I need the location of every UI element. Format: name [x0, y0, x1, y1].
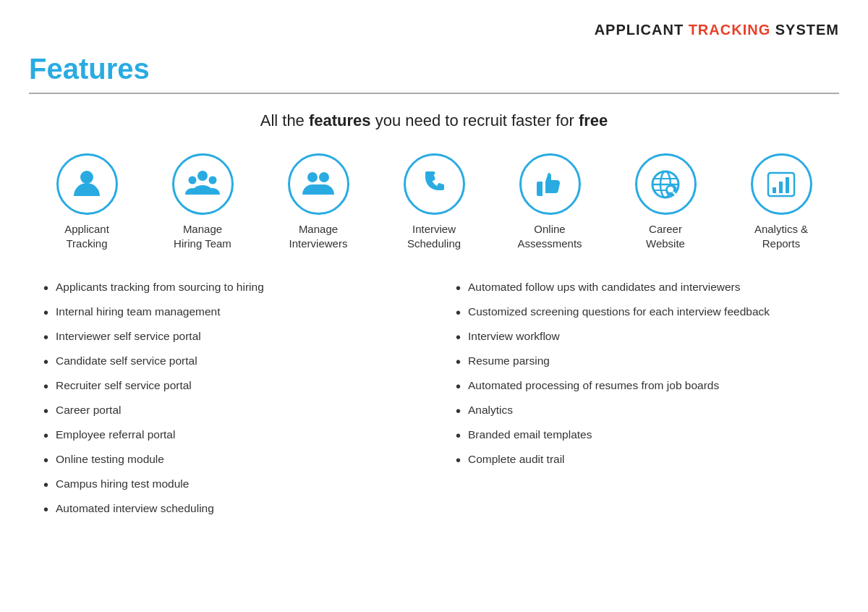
- list-item: Resume parsing: [456, 353, 825, 370]
- interviewers-icon: [301, 167, 336, 202]
- logo-part1: APPLICANT: [595, 22, 689, 38]
- list-item: Branded email templates: [456, 427, 825, 444]
- list-item: Interviewer self service portal: [43, 328, 412, 346]
- list-item: Analytics: [456, 402, 825, 420]
- page-title: Features: [29, 53, 839, 85]
- svg-rect-15: [773, 187, 776, 193]
- phone-icon: [417, 167, 451, 202]
- svg-point-1: [197, 171, 208, 181]
- icon-item-analytics-reports: Analytics &Reports: [734, 153, 828, 250]
- features-right-column: Automated follow ups with candidates and…: [456, 279, 825, 525]
- icon-item-applicant-tracking: ApplicantTracking: [40, 153, 134, 250]
- features-left-column: Applicants tracking from sourcing to hir…: [43, 279, 412, 525]
- logo-tracking: TRACKING: [689, 22, 771, 38]
- svg-rect-16: [779, 182, 783, 193]
- manage-hiring-team-icon-circle: [172, 153, 234, 215]
- list-item: Campus hiring test module: [43, 476, 412, 493]
- analytics-reports-icon-circle: [751, 153, 812, 215]
- svg-point-3: [209, 176, 217, 184]
- list-item: Online testing module: [43, 451, 412, 469]
- subtitle-bold-free: free: [579, 111, 608, 129]
- svg-point-0: [80, 171, 93, 184]
- interview-scheduling-label: InterviewScheduling: [407, 222, 461, 250]
- list-item: Interview workflow: [456, 328, 825, 346]
- list-item: Customized screening questions for each …: [456, 304, 825, 321]
- analytics-reports-label: Analytics &Reports: [754, 222, 808, 250]
- subtitle: All the features you need to recruit fas…: [29, 111, 839, 130]
- svg-rect-17: [786, 177, 789, 193]
- applicant-tracking-icon-circle: [56, 153, 118, 215]
- interview-scheduling-icon-circle: [404, 153, 465, 215]
- manage-interviewers-icon-circle: [288, 153, 349, 215]
- list-item: Complete audit trail: [456, 451, 825, 469]
- career-website-label: CareerWebsite: [646, 222, 685, 250]
- features-lists: Applicants tracking from sourcing to hir…: [29, 279, 839, 525]
- header: APPLICANT TRACKING SYSTEM: [29, 14, 839, 46]
- icon-item-interview-scheduling: InterviewScheduling: [387, 153, 481, 250]
- list-item: Employee referral portal: [43, 427, 412, 444]
- icon-item-career-website: CareerWebsite: [618, 153, 712, 250]
- logo: APPLICANT TRACKING SYSTEM: [595, 22, 839, 38]
- features-left-list: Applicants tracking from sourcing to hir…: [43, 279, 412, 518]
- svg-point-2: [189, 176, 197, 184]
- subtitle-bold-features: features: [309, 111, 371, 129]
- icon-item-online-assessments: OnlineAssessments: [503, 153, 597, 250]
- online-assessments-label: OnlineAssessments: [517, 222, 582, 250]
- globe-icon: [648, 167, 683, 202]
- title-divider: [29, 93, 839, 94]
- manage-hiring-team-label: ManageHiring Team: [174, 222, 231, 250]
- applicant-tracking-label: ApplicantTracking: [64, 222, 109, 250]
- thumbsup-icon: [532, 167, 567, 202]
- list-item: Candidate self service portal: [43, 353, 412, 370]
- list-item: Career portal: [43, 402, 412, 420]
- icon-item-manage-interviewers: ManageInterviewers: [271, 153, 365, 250]
- team-icon: [185, 167, 220, 202]
- list-item: Automated interview scheduling: [43, 501, 412, 518]
- career-website-icon-circle: [635, 153, 697, 215]
- svg-point-12: [668, 187, 673, 192]
- svg-point-5: [319, 172, 329, 182]
- list-item: Automated follow ups with candidates and…: [456, 279, 825, 297]
- logo-part3: SYSTEM: [770, 22, 839, 38]
- svg-point-4: [307, 172, 318, 182]
- list-item: Automated processing of resumes from job…: [456, 378, 825, 395]
- online-assessments-icon-circle: [519, 153, 581, 215]
- chart-icon: [764, 167, 799, 202]
- icon-item-manage-hiring-team: ManageHiring Team: [156, 153, 250, 250]
- list-item: Internal hiring team management: [43, 304, 412, 321]
- manage-interviewers-label: ManageInterviewers: [289, 222, 348, 250]
- features-right-list: Automated follow ups with candidates and…: [456, 279, 825, 469]
- list-item: Recruiter self service portal: [43, 378, 412, 395]
- list-item: Applicants tracking from sourcing to hir…: [43, 279, 412, 297]
- person-icon: [69, 167, 104, 202]
- features-icons-row: ApplicantTracking ManageHiring Team Mana…: [29, 153, 839, 250]
